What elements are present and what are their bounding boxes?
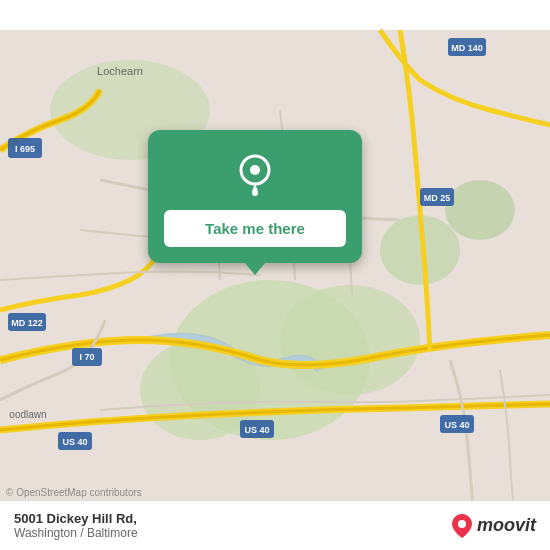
moovit-pin-icon (451, 512, 473, 540)
moovit-logo: moovit (451, 512, 536, 540)
svg-text:Lochearn: Lochearn (97, 65, 143, 77)
map-svg: I 695 I 70 US 40 US 40 US 40 MD 122 MD 2… (0, 0, 550, 550)
map-container: I 695 I 70 US 40 US 40 US 40 MD 122 MD 2… (0, 0, 550, 550)
svg-text:US 40: US 40 (62, 437, 87, 447)
osm-attribution: © OpenStreetMap contributors (6, 487, 142, 498)
take-me-there-button[interactable]: Take me there (164, 210, 346, 247)
location-pin-icon (231, 150, 279, 198)
svg-text:oodlawn: oodlawn (9, 409, 46, 420)
city-text: Washington / Baltimore (14, 526, 138, 540)
svg-point-6 (445, 180, 515, 240)
svg-text:US 40: US 40 (444, 420, 469, 430)
svg-text:I 70: I 70 (79, 352, 94, 362)
bottom-bar: 5001 Dickey Hill Rd, Washington / Baltim… (0, 500, 550, 550)
svg-point-3 (280, 285, 420, 395)
popup-card: Take me there (148, 130, 362, 263)
address-info: 5001 Dickey Hill Rd, Washington / Baltim… (14, 511, 138, 540)
svg-point-27 (458, 520, 466, 528)
svg-text:MD 25: MD 25 (424, 193, 451, 203)
svg-text:MD 140: MD 140 (451, 43, 483, 53)
address-text: 5001 Dickey Hill Rd, (14, 511, 138, 526)
svg-text:MD 122: MD 122 (11, 318, 43, 328)
moovit-logo-text: moovit (477, 515, 536, 536)
svg-text:US 40: US 40 (244, 425, 269, 435)
svg-text:I 695: I 695 (15, 144, 35, 154)
svg-point-26 (250, 165, 260, 175)
